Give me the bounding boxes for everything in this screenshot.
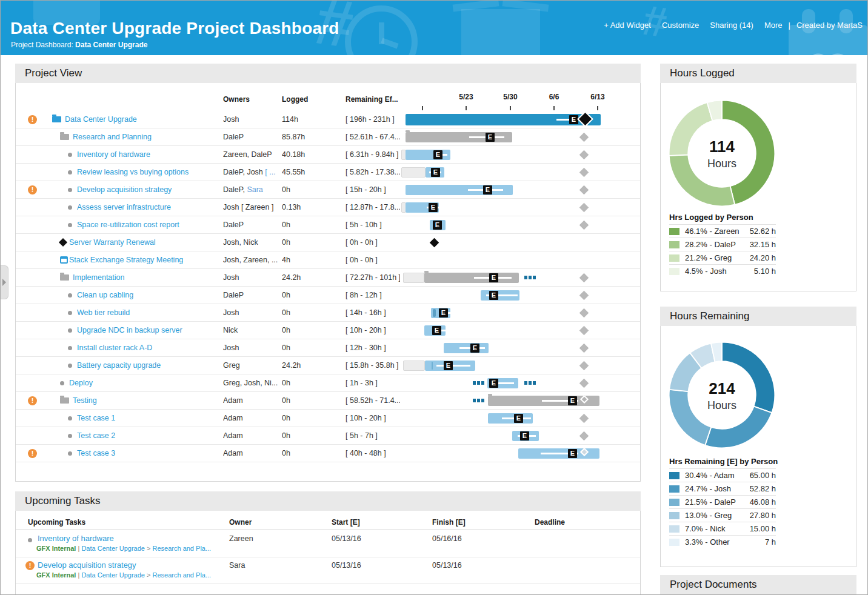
- task-link[interactable]: Web tier rebuild: [77, 308, 130, 317]
- expected-finish-marker[interactable]: E: [432, 326, 441, 335]
- owner-link[interactable]: Sara: [247, 185, 262, 194]
- column-header-owners[interactable]: Owners: [223, 95, 250, 104]
- expected-finish-marker[interactable]: E: [431, 168, 440, 177]
- expected-finish-marker[interactable]: E: [568, 396, 577, 405]
- expected-finish-marker[interactable]: E: [489, 379, 498, 388]
- task-link[interactable]: Develop acquisition strategy: [38, 560, 136, 570]
- header-link-customize[interactable]: Customize: [662, 21, 699, 30]
- sidebar-collapse-handle[interactable]: [1, 265, 8, 299]
- gantt-bar[interactable]: [432, 362, 433, 370]
- task-link[interactable]: Install cluster rack A-D: [77, 344, 152, 352]
- task-link[interactable]: Test case 3: [77, 449, 115, 457]
- folder-icon: [60, 134, 69, 140]
- upcoming-column-header-start-e[interactable]: Start [E]: [332, 518, 360, 527]
- donut-total-value: 214: [686, 379, 758, 398]
- owners-cell: DaleP: [223, 133, 280, 141]
- task-link[interactable]: Implementation: [73, 273, 124, 282]
- remaining-cell: [ 5h - 10h ]: [346, 221, 400, 229]
- task-link[interactable]: Space re-utilization cost report: [77, 221, 179, 229]
- owners-cell: Josh: [223, 308, 280, 317]
- project-view-table-header: Owners Logged Remaining Ef... 5/235/306/…: [16, 83, 640, 111]
- donut-slice-josh[interactable]: [705, 407, 772, 448]
- upcoming-table-header: Upcoming TasksOwnerStart [E]Finish [E]De…: [16, 511, 640, 530]
- expected-finish-marker[interactable]: E: [568, 449, 577, 458]
- task-link[interactable]: Server Warranty Renewal: [69, 238, 156, 247]
- gantt-continues-left-icon: [473, 399, 485, 402]
- upcoming-column-header-upcoming-tasks[interactable]: Upcoming Tasks: [28, 518, 85, 527]
- task-link[interactable]: Deploy: [69, 379, 93, 387]
- task-link[interactable]: Assess server infrastructure: [77, 203, 171, 211]
- task-link[interactable]: Test case 1: [77, 414, 115, 422]
- breadcrumb-link[interactable]: Data Center Upgrade: [81, 571, 145, 579]
- expected-finish-marker[interactable]: E: [470, 344, 479, 353]
- donut-center-label: 214Hours: [686, 379, 758, 412]
- task-link[interactable]: Develop acquisition strategy: [77, 185, 172, 194]
- expected-finish-marker[interactable]: E: [483, 185, 492, 194]
- expected-finish-marker[interactable]: E: [486, 133, 495, 142]
- upcoming-column-header-deadline[interactable]: Deadline: [535, 518, 565, 527]
- expected-finish-marker[interactable]: E: [439, 308, 448, 317]
- expected-finish-marker[interactable]: E: [489, 273, 498, 282]
- remaining-cell: [ 12.87h - 17.8...: [346, 203, 400, 211]
- owner-link[interactable]: [ ...: [265, 168, 275, 176]
- task-link[interactable]: Inventory of hardware: [38, 534, 114, 543]
- deadline-diamond-icon: [579, 221, 589, 230]
- legend-row: 21.5% - DaleP46.08 h: [669, 495, 776, 508]
- task-link[interactable]: Stack Exchange Strategy Meeting: [69, 256, 183, 264]
- task-bullet-icon: [68, 188, 72, 192]
- task-link[interactable]: Testing: [73, 396, 97, 405]
- task-link[interactable]: Inventory of hardware: [77, 150, 150, 159]
- expected-finish-marker[interactable]: E: [520, 431, 529, 440]
- upcoming-column-header-finish-e[interactable]: Finish [E]: [432, 518, 466, 527]
- breadcrumb-link[interactable]: Data Center Upgrade: [81, 545, 145, 552]
- breadcrumb-link[interactable]: Research and Pla...: [153, 545, 212, 552]
- expected-finish-marker[interactable]: E: [433, 221, 442, 230]
- task-link[interactable]: Clean up cabling: [77, 291, 133, 299]
- table-row: Review leasing vs buying optionsDaleP, J…: [16, 164, 640, 181]
- legend-hours: 15.00 h: [750, 522, 776, 536]
- task-link[interactable]: Data Center Upgrade: [65, 115, 137, 124]
- remaining-cell: [ 72.27h - 101h ]: [346, 273, 400, 282]
- task-link[interactable]: Research and Planning: [73, 133, 152, 141]
- task-link[interactable]: Review leasing vs buying options: [77, 168, 189, 176]
- deadline-diamond-icon: [579, 379, 589, 388]
- owners-cell: Josh [ Zareen ]: [223, 203, 280, 211]
- legend-label: 24.7% - Josh: [685, 482, 731, 496]
- table-row: Space re-utilization cost reportDaleP0h[…: [16, 216, 640, 234]
- table-row: !Develop acquisition strategyDaleP, Sara…: [16, 181, 640, 199]
- upcoming-tasks-panel: Upcoming TasksOwnerStart [E]Finish [E]De…: [15, 511, 641, 595]
- task-link[interactable]: Battery capacity upgrade: [77, 361, 161, 370]
- upcoming-column-header-owner[interactable]: Owner: [229, 518, 252, 527]
- project-documents-header: Project Documents: [660, 575, 856, 594]
- task-link[interactable]: Upgrade NDC in backup server: [77, 326, 182, 334]
- expected-finish-marker[interactable]: E: [433, 150, 442, 159]
- watermark-calendar-label: 28: [789, 45, 867, 55]
- expected-finish-marker[interactable]: E: [444, 361, 453, 370]
- legend-hours: 52.62 h: [750, 225, 776, 238]
- legend-label: 21.5% - DaleP: [685, 496, 736, 509]
- logged-cell: 24.2h: [282, 361, 339, 370]
- gantt-bar[interactable]: [433, 309, 436, 317]
- timeline-tick-mark: [553, 106, 555, 110]
- header-link-more[interactable]: More: [764, 21, 783, 30]
- expected-finish-marker[interactable]: E: [569, 115, 578, 124]
- task-bullet-icon: [68, 153, 72, 157]
- column-header-logged[interactable]: Logged: [282, 95, 308, 104]
- remaining-cell: [ 14h - 16h ]: [346, 308, 400, 317]
- deadline-diamond-icon: [579, 291, 589, 301]
- header-link-created-by-martas[interactable]: Created by MartaS: [796, 21, 863, 30]
- logged-cell: 0h: [282, 379, 339, 387]
- expected-finish-marker[interactable]: E: [429, 203, 438, 212]
- expected-finish-marker[interactable]: E: [514, 414, 523, 423]
- owner-cell: Sara: [229, 561, 245, 570]
- gantt-logged-segment: [403, 361, 425, 371]
- remaining-cell: [ 5.82h - 17.38...: [346, 168, 400, 176]
- expected-finish-marker[interactable]: E: [489, 291, 498, 300]
- legend-swatch: [669, 241, 679, 248]
- header-link-add-widget[interactable]: + Add Widget: [604, 21, 651, 30]
- task-link[interactable]: Test case 2: [77, 431, 115, 440]
- breadcrumb-link[interactable]: Research and Pla...: [153, 571, 212, 579]
- logged-cell: 0h: [282, 185, 339, 194]
- column-header-remaining[interactable]: Remaining Ef...: [346, 95, 398, 104]
- header-link-sharing-14[interactable]: Sharing (14): [710, 21, 753, 30]
